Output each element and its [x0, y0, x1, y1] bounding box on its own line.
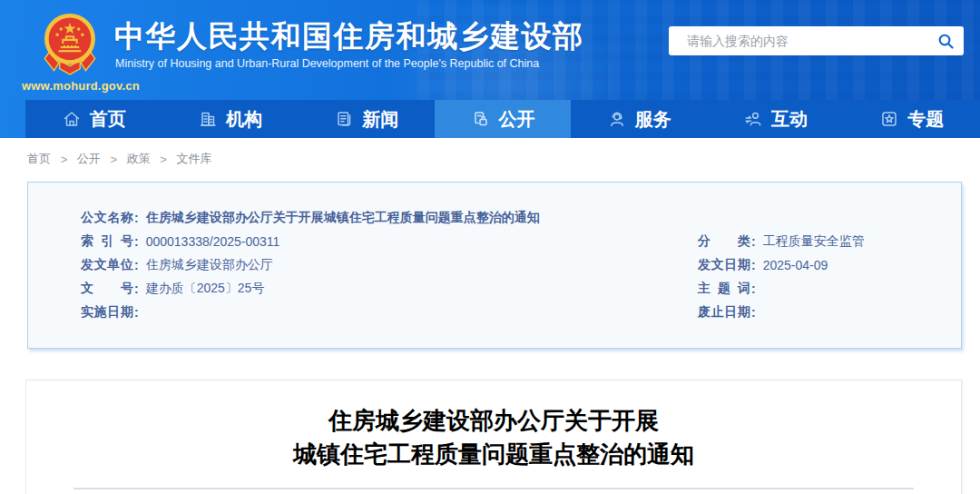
- nav-tab-organization[interactable]: 机构: [162, 100, 298, 138]
- nav-tab-label: 新闻: [362, 107, 398, 132]
- news-icon: [334, 109, 354, 129]
- nav-tab-label: 互动: [771, 107, 808, 132]
- search-icon: [936, 32, 956, 51]
- organization-icon: [198, 109, 218, 129]
- document-title-line1: 住房城乡建设部办公厅关于开展: [26, 404, 961, 438]
- nav-tab-label: 专题: [907, 107, 944, 132]
- search-input[interactable]: [669, 34, 927, 48]
- nav-tab-label: 首页: [90, 107, 126, 132]
- meta-colon: :: [751, 305, 756, 320]
- breadcrumb-item-disclosure[interactable]: 公开: [77, 152, 101, 165]
- meta-value-document-name: 住房城乡建设部办公厅关于开展城镇住宅工程质量问题重点整治的通知: [146, 210, 540, 226]
- breadcrumb-item-home[interactable]: 首页: [27, 152, 51, 165]
- nav-tab-label: 公开: [498, 107, 534, 132]
- breadcrumb-separator: >: [110, 153, 117, 166]
- breadcrumb-separator: >: [160, 153, 167, 166]
- nav-tab-services[interactable]: 服务: [571, 100, 707, 138]
- site-subtitle: Ministry of Housing and Urban-Rural Deve…: [115, 57, 539, 70]
- meta-value-issuing-unit: 住房城乡建设部办公厅: [146, 257, 273, 273]
- national-emblem-logo: [42, 9, 98, 84]
- meta-label: 分类: [698, 233, 750, 250]
- breadcrumb-separator: >: [61, 153, 68, 166]
- search-box: [669, 26, 964, 55]
- meta-colon: :: [134, 258, 139, 272]
- breadcrumb: 首页 > 公开 > 政策 > 文件库: [27, 151, 980, 167]
- meta-colon: :: [134, 234, 139, 249]
- meta-value-category: 工程质量安全监管: [763, 233, 865, 250]
- meta-row-name: 公文名称 : 住房城乡建设部办公厅关于开展城镇住宅工程质量问题重点整治的通知: [81, 206, 943, 230]
- nav-tab-topics[interactable]: 专题: [844, 100, 980, 138]
- meta-row: 索引号 : 000013338/2025-00311 分类 : 工程质量安全监管: [81, 230, 943, 253]
- main-nav: 首页 机构 新闻: [25, 100, 980, 138]
- meta-colon: :: [751, 234, 756, 249]
- site-title: 中华人民共和国住房和城乡建设部: [114, 16, 584, 57]
- services-icon: [607, 109, 627, 129]
- breadcrumb-item-policy[interactable]: 政策: [127, 152, 151, 165]
- meta-colon: :: [134, 282, 139, 296]
- meta-label: 实施日期: [81, 304, 133, 321]
- nav-tab-interaction[interactable]: 互动: [707, 100, 843, 138]
- document-meta-box: 公文名称 : 住房城乡建设部办公厅关于开展城镇住宅工程质量问题重点整治的通知 索…: [27, 182, 962, 349]
- breadcrumb-item-library[interactable]: 文件库: [177, 152, 212, 165]
- meta-label: 废止日期: [698, 304, 750, 321]
- topics-icon: [879, 109, 899, 129]
- meta-row: 发文单位 : 住房城乡建设部办公厅 发文日期 : 2025-04-09: [81, 253, 943, 277]
- meta-colon: :: [134, 211, 139, 225]
- meta-label: 索引号: [81, 233, 133, 250]
- meta-label: 公文名称: [81, 210, 133, 226]
- meta-label: 发文日期: [698, 257, 750, 273]
- document-content-panel: 住房城乡建设部办公厅关于开展 城镇住宅工程质量问题重点整治的通知: [25, 380, 962, 494]
- meta-colon: :: [751, 258, 756, 272]
- document-title: 住房城乡建设部办公厅关于开展 城镇住宅工程质量问题重点整治的通知: [26, 404, 961, 471]
- home-icon: [62, 109, 82, 129]
- title-divider: [74, 488, 914, 489]
- disclosure-icon: [470, 109, 490, 129]
- meta-row: 实施日期 : 废止日期 :: [81, 301, 943, 324]
- meta-value-document-number: 建办质〔2025〕25号: [146, 281, 265, 297]
- meta-colon: :: [751, 282, 756, 296]
- meta-label: 发文单位: [81, 257, 133, 273]
- meta-label: 文号: [81, 281, 133, 297]
- nav-tab-news[interactable]: 新闻: [299, 100, 435, 138]
- nav-tab-label: 服务: [635, 107, 671, 132]
- site-header: www.mohurd.gov.cn 中华人民共和国住房和城乡建设部 Minist…: [0, 0, 980, 138]
- meta-row: 文号 : 建办质〔2025〕25号 主题词 :: [81, 277, 943, 301]
- document-title-line2: 城镇住宅工程质量问题重点整治的通知: [26, 438, 961, 471]
- meta-value-issue-date: 2025-04-09: [763, 258, 828, 272]
- nav-tab-disclosure[interactable]: 公开: [435, 100, 571, 138]
- interaction-icon: [743, 109, 763, 129]
- site-url: www.mohurd.gov.cn: [22, 79, 132, 93]
- meta-value-index-number: 000013338/2025-00311: [146, 234, 280, 249]
- nav-tab-label: 机构: [226, 107, 262, 132]
- meta-colon: :: [134, 305, 139, 320]
- nav-tab-home[interactable]: 首页: [25, 100, 162, 138]
- search-button[interactable]: [927, 26, 964, 55]
- meta-label: 主题词: [698, 281, 750, 297]
